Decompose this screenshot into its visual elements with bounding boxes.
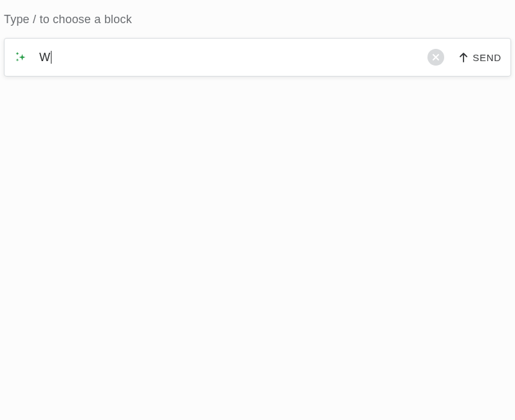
text-caret bbox=[51, 51, 52, 64]
prompt-input-value: W bbox=[39, 51, 50, 64]
prompt-input[interactable]: W bbox=[39, 51, 427, 64]
arrow-up-icon bbox=[458, 51, 469, 63]
send-label: SEND bbox=[473, 52, 501, 63]
send-button[interactable]: SEND bbox=[458, 51, 501, 63]
prompt-input-container[interactable]: W SEND bbox=[4, 38, 511, 77]
clear-button[interactable] bbox=[427, 49, 444, 66]
sparkle-icon bbox=[14, 50, 28, 64]
block-chooser-hint: Type / to choose a block bbox=[0, 0, 515, 26]
close-icon bbox=[432, 53, 440, 61]
